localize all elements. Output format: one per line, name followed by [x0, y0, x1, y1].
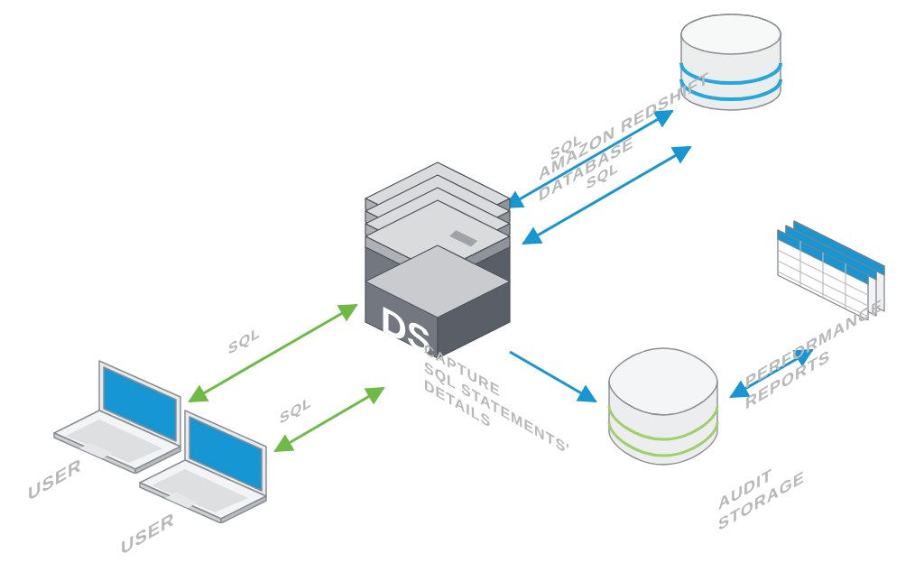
audit-label: AUDIT STORAGE: [718, 445, 805, 535]
reports-node: [769, 185, 913, 324]
edge-user1-ds: [189, 305, 356, 401]
svg-point-32: [681, 14, 781, 54]
audit-node: [596, 341, 731, 475]
edge-label-user1-ds: SQL: [228, 323, 261, 360]
user2-node: [135, 406, 289, 527]
redshift-label: AMAZON REDSHIFT DATABASE: [539, 67, 709, 206]
edge-label-user2-ds: SQL: [280, 392, 312, 429]
ds-server-node: DS: [352, 158, 523, 369]
